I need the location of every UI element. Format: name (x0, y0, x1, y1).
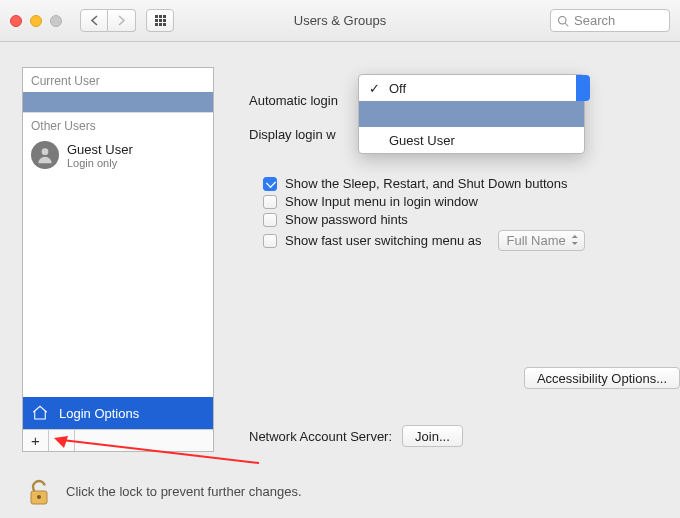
login-options-label: Login Options (59, 406, 139, 421)
window-controls (10, 15, 62, 27)
user-sidebar: Current User Other Users Guest User Logi… (22, 67, 214, 452)
user-row-guest[interactable]: Guest User Login only (23, 137, 213, 173)
accessibility-options-button[interactable]: Accessibility Options... (524, 367, 680, 389)
close-window[interactable] (10, 15, 22, 27)
checkbox-icon (263, 234, 277, 248)
lock-icon[interactable] (26, 476, 52, 506)
zoom-window[interactable] (50, 15, 62, 27)
search-field[interactable]: Search (550, 9, 670, 32)
login-options-row[interactable]: Login Options (23, 397, 213, 429)
toolbar: Users & Groups Search (0, 0, 680, 42)
search-icon (557, 15, 569, 27)
automatic-login-dropdown[interactable]: Off Guest User (358, 74, 585, 154)
nav-buttons (80, 9, 136, 32)
checkbox-label: Show fast user switching menu as (285, 233, 482, 248)
user-name: Guest User (67, 142, 133, 157)
user-meta: Guest User Login only (67, 142, 133, 169)
house-icon (31, 404, 49, 422)
checkbox-label: Show the Sleep, Restart, and Shut Down b… (285, 176, 568, 191)
checkbox-icon (263, 195, 277, 209)
checkbox-label: Show password hints (285, 212, 408, 227)
nas-label: Network Account Server: (249, 429, 392, 444)
svg-line-1 (565, 23, 568, 26)
search-placeholder: Search (574, 13, 615, 28)
join-button[interactable]: Join... (402, 425, 463, 447)
svg-point-4 (37, 495, 41, 499)
svg-point-0 (559, 16, 567, 24)
forward-button[interactable] (108, 9, 136, 32)
checkbox-fast-switching[interactable]: Show fast user switching menu as Full Na… (263, 230, 658, 251)
other-users-header: Other Users (23, 112, 213, 137)
remove-user-button[interactable]: − (49, 430, 75, 451)
automatic-login-label: Automatic login (249, 93, 338, 108)
dropdown-option-guest[interactable]: Guest User (359, 127, 584, 153)
show-all-button[interactable] (146, 9, 174, 32)
user-sub: Login only (67, 157, 133, 169)
current-user-row[interactable] (23, 92, 213, 112)
checkbox-icon (263, 177, 277, 191)
dropdown-option-off[interactable]: Off (359, 75, 584, 101)
add-user-button[interactable]: + (23, 430, 49, 451)
fast-switch-select[interactable]: Full Name (498, 230, 585, 251)
minimize-window[interactable] (30, 15, 42, 27)
avatar-icon (31, 141, 59, 169)
svg-point-2 (42, 148, 49, 155)
network-account-server-row: Network Account Server: Join... (249, 425, 463, 447)
grid-icon (155, 15, 166, 26)
display-login-label: Display login w (249, 127, 336, 142)
checkbox-input-menu[interactable]: Show Input menu in login window (263, 194, 658, 209)
dropdown-option-hover[interactable] (359, 101, 584, 127)
checkbox-sleep-restart[interactable]: Show the Sleep, Restart, and Shut Down b… (263, 176, 658, 191)
sidebar-footer: + − (23, 429, 213, 451)
back-button[interactable] (80, 9, 108, 32)
current-user-header: Current User (23, 68, 213, 92)
checkbox-icon (263, 213, 277, 227)
checkbox-label: Show Input menu in login window (285, 194, 478, 209)
lock-row: Click the lock to prevent further change… (26, 476, 302, 506)
checkbox-password-hints[interactable]: Show password hints (263, 212, 658, 227)
lock-text: Click the lock to prevent further change… (66, 484, 302, 499)
